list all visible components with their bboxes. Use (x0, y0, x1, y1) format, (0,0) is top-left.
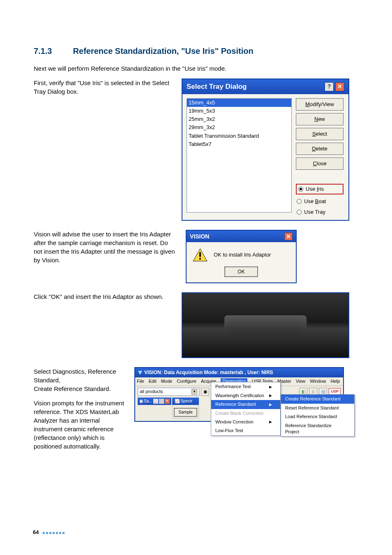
radio-dot-icon (298, 187, 303, 192)
products-combo[interactable]: all products ▼ (138, 388, 199, 396)
minimize-icon[interactable]: _ (153, 399, 158, 404)
section-number: 7.1.3 (34, 45, 71, 57)
iris-adaptor-photo (182, 292, 349, 358)
diag-paragraph-1: Select Diagnostics, Reference Standard, (34, 367, 126, 384)
menu-help[interactable]: Help (330, 378, 340, 384)
usp-badge[interactable]: USP (329, 388, 341, 395)
app-logo-icon (138, 370, 143, 375)
first-paragraph: First, verify that "Use Iris" is selecte… (34, 79, 173, 96)
list-item[interactable]: Tablet Transmission Standard (187, 132, 291, 140)
chevron-down-icon: ▼ (191, 389, 197, 395)
msgbox-title: VISION (190, 233, 209, 241)
svg-marker-3 (138, 371, 142, 375)
menu-item-window-correction[interactable]: Window Correction▶ (211, 418, 280, 426)
section-title: Reference Standardization, "Use Iris" Po… (73, 46, 254, 56)
use-boat-radio[interactable]: Use Boat (296, 198, 344, 205)
maximize-icon[interactable]: ▢ (159, 399, 164, 404)
close-icon[interactable]: ✕ (284, 232, 293, 240)
help-icon[interactable]: ? (325, 82, 334, 91)
submenu-ref-project[interactable]: Reference Standardize Project (281, 421, 354, 437)
list-item[interactable]: 19mm_5x3 (187, 107, 291, 115)
new-button[interactable]: New (296, 113, 344, 125)
app-title-text: VISION: Data Acquisition Mode: masterlab… (144, 369, 273, 376)
use-tray-radio[interactable]: Use Tray (296, 208, 344, 216)
svg-rect-1 (199, 252, 201, 257)
menu-item-performance-test[interactable]: Performance Test▶ (211, 382, 280, 391)
combo-value: all products (140, 388, 163, 395)
warning-icon (192, 248, 208, 262)
section-heading: 7.1.3 Reference Standardization, "Use Ir… (34, 45, 358, 57)
radio-dot-icon (297, 210, 302, 215)
menu-view[interactable]: View (296, 378, 306, 384)
ok-button[interactable]: OK (225, 267, 258, 277)
use-iris-radio[interactable]: Use Iris (296, 184, 344, 194)
menu-edit[interactable]: Edit (149, 378, 157, 384)
msgbox-text: OK to install Iris Adaptor (214, 251, 271, 259)
vision-messagebox: VISION ✕ OK to install Iris Adaptor OK (186, 230, 297, 283)
menu-file[interactable]: File (137, 378, 144, 384)
chevron-right-icon: ▶ (269, 419, 272, 425)
intro-paragraph: Next we will perform Reference Standardi… (34, 64, 358, 73)
close-icon[interactable]: ✕ (335, 82, 344, 91)
sample-button[interactable]: Sample (174, 408, 197, 416)
prompt-paragraph: Vision prompts for the instrument refere… (34, 399, 126, 451)
close-button[interactable]: Close (296, 157, 344, 170)
tray-listbox[interactable]: 15mm_4x5 19mm_5x3 25mm_3x2 29mm_3x2 Tabl… (187, 98, 292, 213)
delete-button[interactable]: Delete (296, 143, 344, 155)
menu-item-lowflux[interactable]: Low-Flux Test (211, 426, 280, 435)
menu-window[interactable]: Window (310, 378, 326, 384)
mdi-spectr-window[interactable]: 📈 Spectr (172, 398, 199, 405)
menu-item-wavelength-cert[interactable]: Wavelength Certification▶ (211, 391, 280, 400)
menu-item-create-blank: Create Blank Correction (211, 409, 280, 418)
page-footer: 64 (33, 529, 66, 536)
menu-item-reference-standard[interactable]: Reference Standard▶ (211, 400, 280, 409)
close-icon[interactable]: ✕ (165, 399, 170, 404)
mdi-sample-window[interactable]: ▣Sa... _ ▢ ✕ (138, 398, 171, 405)
chevron-right-icon: ▶ (269, 393, 272, 398)
select-tray-dialog: Select Tray Dialog ? ✕ 15mm_4x5 19mm_5x3… (182, 79, 349, 221)
reference-standard-submenu: Create Reference Standard Reset Referenc… (281, 394, 355, 437)
list-item[interactable]: 15mm_4x5 (187, 99, 291, 107)
submenu-reset-ref[interactable]: Reset Reference Standard (281, 404, 354, 412)
page-number: 64 (33, 529, 39, 536)
msgbox-titlebar: VISION ✕ (187, 231, 296, 242)
list-item[interactable]: Tablet5x7 (187, 140, 291, 148)
chevron-right-icon: ▶ (269, 402, 272, 407)
dialog-titlebar: Select Tray Dialog ? ✕ (182, 79, 348, 94)
svg-rect-2 (199, 258, 201, 260)
list-item[interactable]: 29mm_3x2 (187, 123, 291, 132)
menu-mode[interactable]: Mode (161, 378, 173, 384)
footer-dots-icon (43, 529, 66, 536)
ok-paragraph: Click "OK" and insert the Iris Adaptor a… (34, 292, 173, 301)
toolbar-icon[interactable]: ▣ (201, 388, 209, 396)
diag-paragraph-2: Create Reference Standard. (34, 384, 126, 393)
chevron-right-icon: ▶ (269, 384, 272, 390)
submenu-load-ref[interactable]: Load Reference Standard (281, 412, 354, 421)
app-titlebar: VISION: Data Acquisition Mode: masterlab… (135, 368, 343, 377)
menu-configure[interactable]: Configure (177, 378, 196, 384)
list-item[interactable]: 25mm_3x2 (187, 115, 291, 123)
diagnostics-menu: Performance Test▶ Wavelength Certificati… (211, 382, 281, 435)
vision-app-window: VISION: Data Acquisition Mode: masterlab… (134, 367, 344, 421)
dialog-title: Select Tray Dialog (187, 82, 247, 92)
submenu-create-ref[interactable]: Create Reference Standard (281, 395, 354, 403)
radio-dot-icon (297, 199, 302, 204)
modify-view-button[interactable]: Modify/View (296, 98, 344, 111)
insert-paragraph: Vision will advise the user to insert th… (34, 230, 178, 264)
select-button[interactable]: Select (296, 128, 344, 140)
